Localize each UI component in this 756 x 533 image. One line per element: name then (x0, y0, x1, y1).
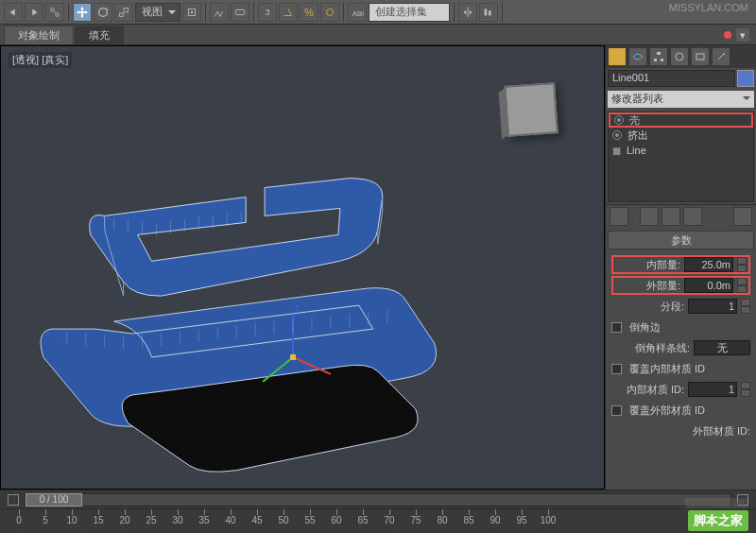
hierarchy-tab[interactable] (649, 47, 668, 66)
modify-tab[interactable] (628, 47, 647, 66)
object-name-field[interactable]: Line001 (608, 70, 735, 87)
snap-percent-button[interactable]: % (300, 3, 318, 22)
modifier-extrude[interactable]: 挤出 (609, 128, 753, 143)
ruler-label: 10 (66, 515, 77, 525)
override-inner-row: 覆盖内部材质 ID (611, 359, 750, 378)
svg-text:z: z (295, 301, 300, 312)
bevel-spline-row: 倒角样条线: 无 (611, 338, 750, 357)
spin-up[interactable] (737, 278, 747, 285)
outer-amount-row: 外部量: 0.0m (611, 276, 750, 295)
create-tab[interactable] (608, 47, 627, 66)
bevel-spline-picker[interactable]: 无 (694, 340, 750, 355)
configure-sets-button[interactable] (733, 207, 752, 226)
spin-down[interactable] (737, 285, 747, 293)
override-inner-checkbox[interactable] (611, 364, 622, 374)
motion-tab[interactable] (670, 47, 689, 66)
bevel-spline-label: 倒角样条线: (611, 341, 690, 355)
select-scale-button[interactable] (114, 3, 133, 22)
frame-ruler[interactable]: 0510152025303540455055606570758085909510… (0, 508, 756, 529)
inner-mat-label: 内部材质 ID: (611, 383, 684, 397)
svg-rect-5 (124, 8, 128, 11)
align-button[interactable] (479, 3, 498, 22)
modifier-stack[interactable]: 壳 挤出 ◼ Line (608, 112, 754, 202)
spin-down[interactable] (741, 389, 750, 397)
keyboard-shortcut-button[interactable] (231, 3, 249, 22)
spin-down[interactable] (741, 306, 750, 314)
svg-text:ABC: ABC (352, 9, 364, 17)
svg-point-22 (676, 53, 683, 60)
undo-button[interactable] (4, 3, 23, 22)
perspective-viewport[interactable]: [透视] [真实] (0, 45, 605, 490)
svg-point-3 (99, 8, 108, 16)
snap-angle-button[interactable] (279, 3, 298, 22)
object-color-swatch[interactable] (737, 70, 754, 87)
ribbon-toggle-button[interactable]: ▾ (735, 27, 750, 43)
watermark-bottom: www.jb51.net 脚本之家 (685, 498, 748, 531)
svg-point-7 (191, 10, 194, 13)
named-selset-input[interactable]: 创建选择集 (369, 3, 450, 22)
viewport-label[interactable]: [透视] [真实] (9, 52, 72, 68)
inner-amount-spinner[interactable]: 25.0m (684, 257, 733, 272)
main-area: [透视] [真实] (0, 45, 756, 490)
viewcube[interactable] (504, 82, 558, 137)
modifier-shell[interactable]: 壳 (609, 112, 753, 128)
visibility-icon[interactable] (612, 130, 622, 140)
select-rotate-button[interactable] (94, 3, 112, 22)
watermark-url: www.jb51.net (685, 498, 748, 508)
parameters-rollout-header[interactable]: 参数 (608, 231, 754, 249)
timeline-left-button[interactable] (8, 494, 19, 506)
ruler-label: 55 (304, 515, 315, 525)
bevel-edges-checkbox[interactable] (611, 322, 622, 333)
svg-line-15 (263, 357, 293, 382)
svg-rect-23 (696, 54, 704, 60)
make-unique-button[interactable] (662, 207, 680, 226)
remove-modifier-button[interactable] (683, 207, 702, 226)
record-indicator (724, 31, 731, 39)
utilities-tab[interactable] (712, 47, 730, 66)
spin-down[interactable] (737, 265, 747, 272)
pin-stack-button[interactable] (610, 207, 628, 226)
ruler-label: 60 (331, 515, 341, 525)
ruler-label: 70 (384, 515, 394, 525)
svg-rect-8 (236, 9, 245, 14)
visibility-icon[interactable] (614, 115, 624, 125)
inner-mat-spinner[interactable]: 1 (688, 382, 737, 397)
pivot-button[interactable] (182, 3, 201, 22)
ruler-label: 75 (410, 515, 421, 525)
spin-up[interactable] (741, 299, 750, 306)
ruler-label: 80 (437, 515, 447, 525)
ruler-label: 35 (198, 515, 209, 525)
tab-object-paint[interactable]: 对象绘制 (4, 26, 74, 44)
expand-icon[interactable]: ◼ (612, 145, 621, 157)
segments-spinner[interactable]: 1 (688, 299, 737, 314)
inner-mat-id-row: 内部材质 ID: 1 (611, 380, 750, 399)
modifier-list-dropdown[interactable]: 修改器列表 (608, 91, 754, 108)
show-end-result-button[interactable] (640, 207, 659, 226)
spin-up[interactable] (737, 257, 747, 265)
override-outer-checkbox[interactable] (611, 405, 622, 416)
time-slider-handle[interactable]: 0 / 100 (26, 493, 82, 507)
outer-amount-label: 外部量: (615, 279, 680, 293)
modifier-line[interactable]: ◼ Line (609, 143, 753, 158)
select-move-button[interactable] (73, 3, 92, 22)
ref-coord-dropdown[interactable]: 视图 (135, 3, 180, 22)
select-manipulate-button[interactable] (210, 3, 229, 22)
named-selset-button[interactable]: ABC (348, 3, 367, 22)
svg-point-9 (327, 9, 334, 15)
link-button[interactable] (45, 3, 64, 22)
spin-up[interactable] (741, 382, 750, 389)
snap-spinner-button[interactable] (320, 3, 339, 22)
outer-amount-spinner[interactable]: 0.0m (684, 278, 733, 293)
ruler-label: 45 (251, 515, 262, 525)
svg-rect-11 (485, 9, 488, 15)
command-panel: Line001 修改器列表 壳 挤出 ◼ Line (605, 45, 756, 490)
ref-coord-label: 视图 (142, 5, 163, 19)
mirror-button[interactable] (458, 3, 477, 22)
outer-mat-label: 外部材质 ID: (611, 424, 750, 438)
display-tab[interactable] (691, 47, 710, 66)
redo-button[interactable] (25, 3, 43, 22)
snap-3d-button[interactable]: 3 (258, 3, 277, 22)
tab-populate[interactable]: 填充 (75, 26, 124, 44)
time-slider[interactable]: 0 / 100 (25, 493, 731, 507)
segments-row: 分段: 1 (611, 297, 750, 316)
